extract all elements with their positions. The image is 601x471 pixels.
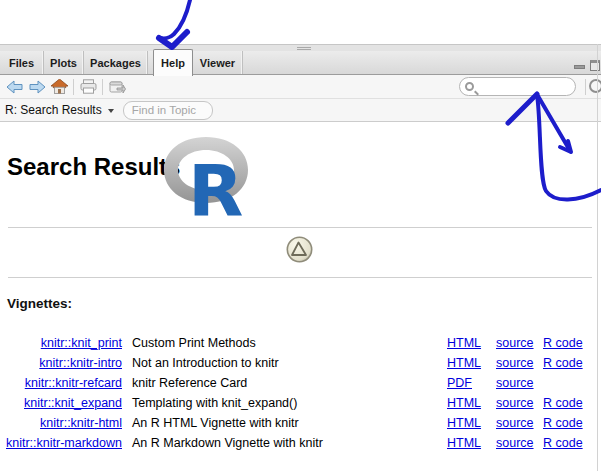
format-link[interactable]: HTML — [447, 333, 481, 353]
show-in-new-window-button[interactable] — [106, 77, 128, 97]
back-button[interactable] — [4, 77, 26, 97]
vignette-description: knitr Reference Card — [132, 373, 247, 393]
tab-viewer[interactable]: Viewer — [193, 51, 243, 74]
pane-border — [597, 44, 598, 471]
tab-packages[interactable]: Packages — [84, 51, 148, 74]
toolbar-separator — [73, 79, 74, 95]
maximize-icon[interactable] — [590, 60, 600, 71]
pane-splitter[interactable] — [0, 44, 601, 51]
vignette-name-link[interactable]: knitr::knit_expand — [0, 393, 122, 413]
vignette-name-link[interactable]: knitr::knitr-markdown — [0, 433, 122, 453]
source-link[interactable]: source — [496, 433, 534, 453]
topic-title[interactable]: R: Search Results — [5, 103, 102, 117]
help-topic-bar: R: Search Results — [0, 99, 601, 122]
table-row: knitr::knitr-markdown An R Markdown Vign… — [0, 433, 597, 453]
tab-help[interactable]: Help — [153, 49, 193, 76]
r-code-link[interactable]: R code — [543, 333, 583, 353]
forward-arrow-icon — [28, 80, 46, 94]
print-button[interactable] — [77, 77, 99, 97]
table-row: knitr::knitr-html An R HTML Vignette wit… — [0, 413, 597, 433]
format-link[interactable]: HTML — [447, 433, 481, 453]
tab-plots[interactable]: Plots — [44, 51, 84, 74]
home-icon — [51, 79, 68, 94]
vignette-description: Custom Print Methods — [132, 333, 256, 353]
pane-tab-bar: Files Plots Packages Help Viewer — [0, 51, 601, 75]
clock-icon — [286, 236, 313, 263]
home-button[interactable] — [48, 77, 70, 97]
table-row: knitr::knit_expand Templating with knit_… — [0, 393, 597, 413]
source-link[interactable]: source — [496, 333, 534, 353]
r-code-link[interactable]: R code — [543, 353, 583, 373]
toolbar-separator — [102, 79, 103, 95]
new-window-icon — [108, 79, 126, 94]
source-link[interactable]: source — [496, 353, 534, 373]
format-link[interactable]: PDF — [447, 373, 472, 393]
vignette-description: Not an Introduction to knitr — [132, 353, 279, 373]
table-row: knitr::knitr-refcard knitr Reference Car… — [0, 373, 597, 393]
vignette-name-link[interactable]: knitr::knitr-html — [0, 413, 122, 433]
vignette-description: An R Markdown Vignette with knitr — [132, 433, 323, 453]
vignette-name-link[interactable]: knitr::knitr-intro — [0, 353, 122, 373]
r-code-link[interactable]: R code — [543, 393, 583, 413]
refresh-icon — [589, 79, 601, 93]
divider — [8, 277, 592, 278]
vignette-description: Templating with knit_expand() — [132, 393, 297, 413]
back-arrow-icon — [6, 80, 24, 94]
vignette-name-link[interactable]: knitr::knitr-refcard — [0, 373, 122, 393]
format-link[interactable]: HTML — [447, 353, 481, 373]
source-link[interactable]: source — [496, 393, 534, 413]
divider — [8, 227, 592, 228]
source-link[interactable]: source — [496, 373, 534, 393]
help-toolbar — [0, 75, 601, 99]
svg-text:R: R — [188, 149, 243, 218]
chevron-down-icon[interactable] — [108, 109, 114, 113]
page-title: Search Results — [7, 153, 180, 181]
source-link[interactable]: source — [496, 413, 534, 433]
search-input[interactable] — [477, 81, 565, 93]
rstudio-help-pane-screenshot: Files Plots Packages Help Viewer — [0, 0, 601, 471]
find-in-topic-input[interactable] — [123, 101, 213, 120]
r-logo: R — [160, 134, 252, 218]
vignette-name-link[interactable]: knitr::knit_print — [0, 333, 122, 353]
vignette-table: knitr::knit_print Custom Print Methods H… — [0, 333, 597, 453]
format-link[interactable]: HTML — [447, 413, 481, 433]
annotation-arrow-help-tab — [159, 0, 190, 47]
table-row: knitr::knitr-intro Not an Introduction t… — [0, 353, 597, 373]
search-icon — [465, 82, 474, 91]
splitter-grip-icon[interactable] — [297, 47, 311, 50]
r-code-link[interactable]: R code — [543, 413, 583, 433]
vignettes-heading: Vignettes: — [7, 296, 72, 311]
minimize-icon[interactable] — [574, 65, 585, 69]
refresh-button[interactable] — [589, 78, 601, 95]
vignette-description: An R HTML Vignette with knitr — [132, 413, 299, 433]
forward-button[interactable] — [26, 77, 48, 97]
toolbar-separator — [585, 79, 586, 95]
format-link[interactable]: HTML — [447, 393, 481, 413]
r-code-link[interactable]: R code — [543, 433, 583, 453]
tab-files[interactable]: Files — [0, 51, 44, 74]
table-row: knitr::knit_print Custom Print Methods H… — [0, 333, 597, 353]
printer-icon — [80, 79, 97, 94]
help-search-box[interactable] — [459, 77, 576, 96]
